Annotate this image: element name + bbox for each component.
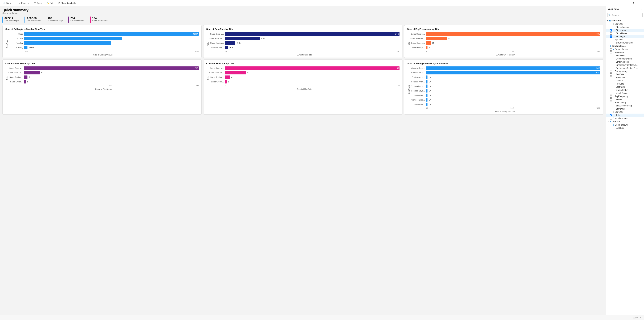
checkbox-storephone[interactable] — [610, 32, 612, 35]
tree-item-emp-title[interactable]: Title — [606, 114, 644, 117]
tree-item-zipcode[interactable]: Σ ZipCode — [606, 38, 644, 41]
checkbox-zipcode[interactable] — [610, 39, 612, 41]
checkbox-emp[interactable] — [610, 70, 612, 73]
tree-item-storemanager[interactable]: StoreManager — [606, 26, 644, 29]
checkbox-emp[interactable] — [610, 86, 612, 88]
bar-fill — [24, 46, 28, 49]
tree-item-emp-enddate[interactable]: EndDate — [606, 73, 644, 76]
chart-card-chart6: Sum of SellingAreaSize by StoreName Stor… — [404, 60, 603, 115]
tree-item-emp-baserate[interactable]: Σ BaseRate — [606, 51, 644, 54]
x-axis-label: Count of FirstName — [8, 88, 198, 90]
file-menu[interactable]: 📄 File ▾ — [2, 1, 12, 5]
tree-item-emp-startdate[interactable]: StartDate — [606, 107, 644, 110]
tree-item-emp-maritalstatus[interactable]: MaritalStatus — [606, 89, 644, 92]
bar-value: 19 — [40, 72, 43, 74]
checkbox-emp[interactable] — [610, 89, 612, 91]
checkbox-storename[interactable] — [610, 29, 612, 32]
checkbox-storekey[interactable] — [610, 23, 612, 25]
checkbox-emp[interactable] — [610, 83, 612, 85]
zoom-out-button[interactable]: - — [630, 316, 632, 319]
checkbox-emp[interactable] — [610, 102, 612, 104]
bar-value: 5 — [28, 76, 30, 78]
checkbox-emp[interactable] — [610, 73, 612, 76]
checkbox-emp[interactable] — [610, 67, 612, 69]
checkbox-zipcodeextension[interactable] — [610, 42, 612, 44]
file-chevron-icon: ▾ — [10, 2, 11, 4]
tree-item-emp-emergencycontactph---[interactable]: EmergencyContactPh... — [606, 67, 644, 70]
edit-button[interactable]: ✏️ Edit — [46, 1, 54, 5]
checkbox-storetype[interactable] — [610, 36, 612, 38]
checkbox-date[interactable] — [610, 124, 612, 126]
tree-item-emp-firstname[interactable]: FirstName — [606, 76, 644, 79]
tree-item-date-count-of-rows[interactable]: ⊞ Count of rows — [606, 123, 644, 126]
x-tick: 0K — [426, 107, 428, 109]
tree-item-storephone[interactable]: StorePhone — [606, 32, 644, 35]
x-axis-label: Count of HireDate — [209, 88, 400, 90]
checkbox-emp[interactable] — [610, 52, 612, 54]
checkbox-emp[interactable] — [610, 114, 612, 116]
x-tick: 0 — [225, 85, 226, 87]
tree-item-emp-salespersonflag[interactable]: SalesPersonFlag — [606, 104, 644, 107]
checkbox-storemanager[interactable] — [610, 26, 612, 28]
maximize-button[interactable]: ▾ — [638, 1, 642, 5]
search-input[interactable] — [607, 13, 642, 17]
checkbox-date[interactable] — [610, 127, 612, 129]
checkbox-emp[interactable] — [610, 55, 612, 57]
tree-item-emp-vacationhours[interactable]: Σ VacationHours — [606, 117, 644, 120]
bar-fill — [426, 98, 428, 102]
checkbox-emp[interactable] — [610, 64, 612, 66]
tree-item-storekey[interactable]: Σ StoreKey — [606, 23, 644, 26]
sidebar-title: Your data — [608, 8, 619, 11]
tree-item-emp-payfrequency[interactable]: Σ PayFrequency — [606, 95, 644, 98]
tree-item-emp-middlename[interactable]: MiddleName — [606, 92, 644, 95]
field-label: StoreName — [616, 29, 626, 32]
y-axis-label: StoreType — [6, 32, 8, 56]
checkbox-emp[interactable] — [610, 61, 612, 63]
zoom-in-button[interactable]: + — [639, 316, 642, 319]
checkbox-emp[interactable] — [610, 105, 612, 107]
checkbox-emp[interactable] — [610, 92, 612, 94]
tree-item-emp-salariedflag[interactable]: Σ SalariedFlag — [606, 101, 644, 104]
checkbox-emp[interactable] — [610, 108, 612, 110]
tree-item-storename[interactable]: StoreName — [606, 29, 644, 32]
checkbox-emp[interactable] — [610, 80, 612, 82]
tree-item-emp-employeekey[interactable]: Σ EmployeeKey — [606, 70, 644, 73]
bar-track: 0.1K — [225, 46, 400, 49]
bar-track: 1K — [426, 94, 600, 97]
tree-group-dimdate[interactable]: ▼ ⊞ DimDate — [606, 120, 644, 123]
tree-item-emp-departmentname[interactable]: DepartmentName — [606, 57, 644, 60]
tree-item-zipcodeextension[interactable]: ZipCodeExtension — [606, 41, 644, 44]
tree-item-emp-storekey[interactable]: Σ StoreKey — [606, 110, 644, 114]
checkbox-emp[interactable] — [610, 117, 612, 120]
collapse-sidebar-icon[interactable]: ‹ — [642, 8, 642, 11]
search-icon: 🔍 — [608, 14, 611, 16]
field-label: Phone — [616, 98, 622, 101]
tree-item-emp-hiredate[interactable]: HireDate — [606, 82, 644, 85]
tree-group-dimstore[interactable]: ▶ ⊞ DimStore — [606, 19, 644, 23]
checkbox-emp[interactable] — [610, 111, 612, 113]
tree-item-date-datekey[interactable]: DateKey — [606, 126, 644, 130]
tree-item-emp-birthdate[interactable]: BirthDate — [606, 54, 644, 57]
export-button[interactable]: ↗ Export ▾ — [18, 1, 30, 5]
bar-value: 1 — [26, 81, 28, 83]
tree-item-emp-gender[interactable]: Gender — [606, 79, 644, 82]
bar-fill — [426, 37, 447, 40]
bar-value: 4 — [230, 76, 232, 78]
field-label: Count of rows — [615, 48, 628, 51]
tree-item-emp-emergencycontactna---[interactable]: EmergencyContactNa... — [606, 64, 644, 67]
checkbox-emp[interactable] — [610, 98, 612, 101]
checkbox-emp[interactable] — [610, 95, 612, 98]
checkbox-emp[interactable] — [610, 77, 612, 79]
show-data-table-button[interactable]: ⊞ Show data table ▾ — [57, 1, 78, 5]
tree-group-dimemployee[interactable]: ▼ ⊞ DimEmployee — [606, 44, 644, 48]
tree-item-storetype[interactable]: StoreType — [606, 35, 644, 38]
save-button[interactable]: 💾 Save — [33, 1, 43, 5]
checkbox-emp[interactable] — [610, 58, 612, 60]
tree-item-emp-count-of-rows[interactable]: ⊞ Count of rows — [606, 48, 644, 51]
tree-item-emp-emailaddress[interactable]: EmailAddress — [606, 60, 644, 64]
tree-item-emp-lastname[interactable]: LastName — [606, 85, 644, 89]
bar-group: Sales Store M... 143 Sales State Ma... 1… — [209, 67, 400, 84]
checkbox-emp[interactable] — [610, 48, 612, 51]
minimize-button[interactable]: ⧠ — [631, 1, 636, 5]
tree-item-emp-phone[interactable]: Phone — [606, 98, 644, 101]
